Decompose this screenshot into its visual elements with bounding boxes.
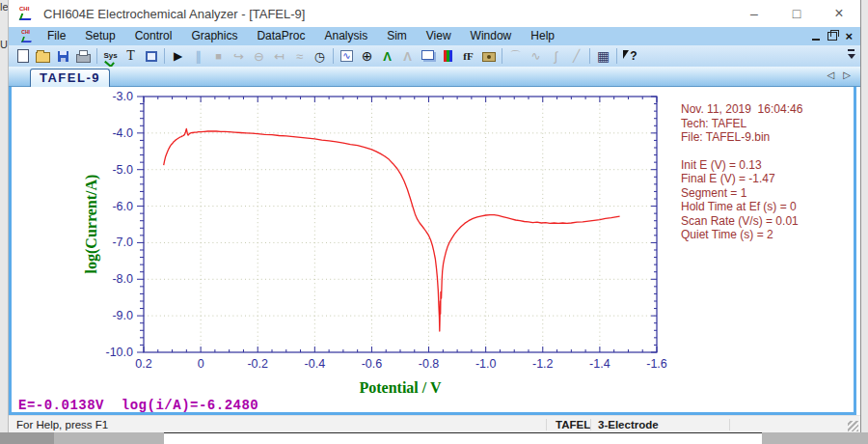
reverse-scan-button[interactable]: ↪ [229,46,249,66]
context-help-icon: ? [623,50,637,62]
y-tick-label: -6.0 [112,200,133,213]
x-tick-label: -1.0 [475,357,497,371]
integration-icon: ∫ [555,50,558,63]
background-window-right [861,0,868,444]
baseline-fit-button[interactable]: ╱ [566,46,586,66]
toolbar-separator [589,48,590,64]
system-setup-icon: Sys [103,52,117,60]
y-tick-label: -7.0 [112,236,133,249]
menu-item-graphics[interactable]: Graphics [181,27,247,45]
color-legend-button[interactable] [438,46,458,66]
derivative-button[interactable]: ∿ [526,46,546,66]
integration-button[interactable]: ∫ [546,46,566,66]
info-line: Tech: TAFEL [681,117,802,131]
system-setup-button[interactable]: Sys [100,46,121,66]
ir-compensation-button[interactable]: ≈ [289,46,310,66]
status-help-text: For Help, press F1 [16,419,108,430]
data-listing-button[interactable]: ▦ [593,46,613,66]
print-button[interactable] [73,46,94,66]
cursor-readout: E=-0.0138V log(i/A)=-6.2480 [18,398,258,413]
background-text-fragment: le [0,1,8,13]
menu-bar: CHI FileSetupControlGraphicsDataProcAnal… [9,27,860,45]
tab-tafel-9[interactable]: TAFEL-9 [30,69,110,87]
x-tick-label: -1.2 [532,357,554,371]
maximize-button[interactable]: □ [775,0,818,27]
new-file-button[interactable] [13,46,33,66]
zero-current-icon: ⊖ [254,50,264,63]
status-bar: For Help, press F1 TAFEL 3-Electrode [9,415,860,432]
menu-item-sim[interactable]: Sim [377,27,417,45]
text-tool-icon: T [126,49,135,63]
x-tick-label: -1.6 [646,357,667,371]
reverse-scan-icon: ↪ [233,50,244,63]
menu-item-help[interactable]: Help [521,27,564,45]
zoom-button[interactable]: ⊕ [357,46,377,66]
present-data-plot-button[interactable]: ∿ [337,46,357,66]
menu-item-window[interactable]: Window [461,27,522,45]
pause-button[interactable]: ∥ [188,46,208,66]
background-text-fragment: U [0,39,8,50]
open-file-button[interactable] [33,46,53,66]
background-window-bottom [0,432,868,444]
x-tick-label: -0.2 [247,357,268,371]
tab-scroll-right-icon[interactable]: ▷ [843,69,851,80]
zero-current-button[interactable]: ⊖ [249,46,269,66]
app-logo-icon: CHI [18,6,36,21]
text-tool-button[interactable]: T [121,46,141,66]
minimize-button[interactable]: – [733,0,775,27]
stop-icon: ■ [215,51,222,62]
x-axis-title: Potential / V [359,379,441,397]
experiment-info-panel: Nov. 11, 2019 16:04:46Tech: TAFELFile: T… [681,102,802,242]
copy-graph-button[interactable] [478,46,499,66]
tab-scroll-left-icon[interactable]: ◁ [827,69,835,80]
graph-options-button[interactable] [418,46,438,66]
context-help-button[interactable]: ? [620,46,640,66]
background-window-edge [164,432,762,444]
toolbar-overflow-button[interactable] [847,48,855,62]
window-title: CHI604E Electrochemical Analyzer - [TAFE… [43,7,305,21]
font-icon: fF [463,51,473,62]
smooth-button[interactable]: ⌒ [505,46,526,66]
data-listing-icon: ▦ [597,49,610,63]
graph-options-icon [421,50,434,60]
close-button[interactable]: × [818,0,860,27]
app-window: CHI CHI604E Electrochemical Analyzer - [… [8,0,861,432]
font-button[interactable]: fF [458,46,478,66]
info-line: Hold Time at Ef (s) = 0 [681,200,802,214]
peak-analysis-button[interactable]: Λ [377,46,397,66]
child-minimize-button[interactable] [812,39,820,41]
plot-frame [144,97,657,352]
x-tick-label: 0 [198,357,204,371]
info-line: Segment = 1 [681,186,802,201]
menu-item-view[interactable]: View [417,27,461,45]
menu-item-dataproc[interactable]: DataProc [247,27,314,45]
pre-run-button[interactable]: ↤ [269,46,289,66]
derivative-icon: ∿ [530,50,540,62]
menu-items: FileSetupControlGraphicsDataProcAnalysis… [38,27,564,45]
x-tick-label: -0.6 [362,357,383,371]
stop-button[interactable]: ■ [208,46,229,66]
menu-item-analysis[interactable]: Analysis [314,27,377,45]
copy-graph-icon [482,52,496,62]
pre-run-icon: ↤ [274,50,285,63]
repetitive-run-icon: ◷ [314,50,325,63]
special-analysis-button[interactable]: Λ [397,46,418,66]
resize-grip[interactable] [848,421,858,431]
x-tick-label: -0.8 [419,357,440,371]
menu-item-setup[interactable]: Setup [75,27,124,45]
repetitive-run-button[interactable]: ◷ [310,46,330,66]
data-info-button[interactable] [141,46,161,66]
toolbar-separator [96,48,97,64]
title-bar[interactable]: CHI CHI604E Electrochemical Analyzer - [… [9,0,860,27]
menu-item-file[interactable]: File [38,27,75,45]
tafel-curve [164,128,620,331]
save-file-button[interactable] [53,46,73,66]
menu-item-control[interactable]: Control [125,27,182,45]
run-experiment-button[interactable]: ▶ [168,46,188,66]
child-restore-button[interactable] [827,32,837,41]
child-close-button[interactable]: × [845,27,853,45]
info-params: Init E (V) = 0.13Final E (V) = -1.47Segm… [681,158,802,242]
baseline-fit-icon: ╱ [573,50,580,62]
smooth-icon: ⌒ [509,50,522,63]
info-line: Quiet Time (s) = 2 [681,228,802,242]
